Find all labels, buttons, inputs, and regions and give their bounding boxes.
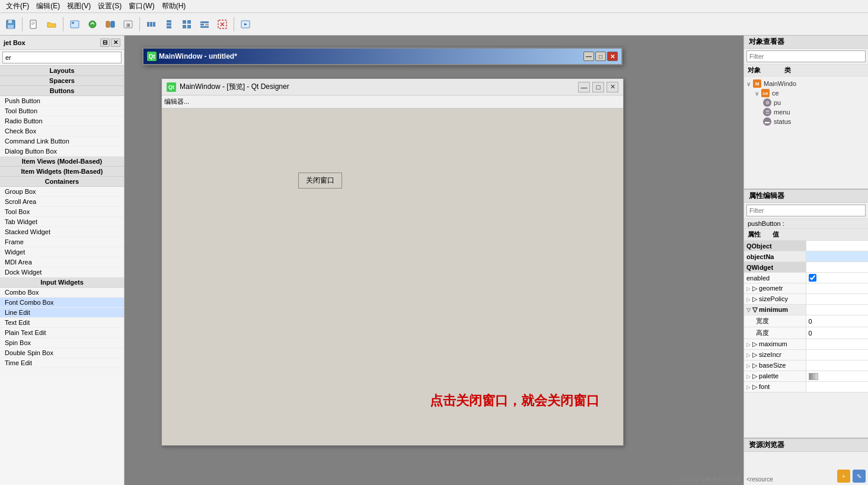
designer-minimize-button[interactable]: — — [583, 52, 594, 61]
prop-row-basesize[interactable]: ▷▷ baseSize — [744, 360, 868, 371]
menu-file[interactable]: 文件(F) — [2, 1, 33, 11]
widget-box-float-btn[interactable]: ⊟ — [100, 39, 110, 47]
widget-search-input[interactable] — [2, 52, 122, 63]
enabled-checkbox[interactable] — [809, 274, 816, 282]
widget-double-spin-box[interactable]: Double Spin Box — [0, 348, 124, 358]
menu-window[interactable]: 窗口(W) — [125, 1, 158, 11]
widget-spin-box[interactable]: Spin Box — [0, 338, 124, 348]
svg-rect-16 — [153, 22, 155, 27]
main-menu-item[interactable]: 编辑器... — [164, 97, 189, 106]
obj-item-mainwindow[interactable]: ∨ M MainWindo — [746, 79, 866, 88]
property-editor-filter-input[interactable] — [746, 205, 866, 216]
widget-push-button[interactable]: Push Button — [0, 96, 124, 106]
widget-box-close-btn[interactable]: ✕ — [111, 39, 120, 47]
widget-stacked-widget[interactable]: Stacked Widget — [0, 227, 124, 237]
widget-time-edit[interactable]: Time Edit — [0, 358, 124, 368]
designer-close-button[interactable]: ✕ — [607, 52, 618, 61]
svg-rect-24 — [200, 21, 209, 23]
category-buttons[interactable]: Buttons — [0, 86, 124, 96]
category-item-widgets[interactable]: Item Widgets (Item-Based) — [0, 167, 124, 177]
preview-close-button[interactable]: ✕ — [607, 82, 618, 92]
close-window-button[interactable]: 关闭窗口 — [298, 173, 342, 189]
category-input-widgets[interactable]: Input Widgets — [0, 277, 124, 288]
widget-scroll-area[interactable]: Scroll Area — [0, 197, 124, 207]
widget-check-box[interactable]: Check Box — [0, 126, 124, 136]
widget-tool-box[interactable]: Tool Box — [0, 207, 124, 217]
widget-dock-widget[interactable]: Dock Widget — [0, 267, 124, 277]
height-input[interactable] — [809, 330, 866, 337]
break-layout-button[interactable] — [214, 16, 231, 33]
open-button[interactable] — [43, 16, 60, 33]
obj-item-menu[interactable]: ☰ menu — [746, 107, 866, 117]
object-inspector-filter-input[interactable] — [746, 50, 866, 62]
prop-row-maximum[interactable]: ▷▷ maximum — [744, 339, 868, 350]
widget-combo-box[interactable]: Combo Box — [0, 288, 124, 298]
watermark-text: CSDN @今晚务必早点睡 — [675, 476, 741, 484]
menu-settings[interactable]: 设置(S) — [94, 1, 125, 11]
preview-minimize-button[interactable]: — — [578, 82, 590, 92]
prop-row-height[interactable]: 高度 — [744, 327, 868, 339]
resource-add-icon[interactable]: + — [837, 470, 850, 483]
obj-item-pu[interactable]: ⚙ pu — [746, 98, 866, 107]
widget-command-link-button[interactable]: Command Link Button — [0, 136, 124, 146]
widget-line-edit[interactable]: Line Edit — [0, 308, 124, 318]
widget-tool-button[interactable]: Tool Button — [0, 106, 124, 116]
buddy-button[interactable] — [102, 16, 119, 33]
prop-row-palette[interactable]: ▷▷ palette — [744, 371, 868, 382]
widget-radio-button[interactable]: Radio Button — [0, 116, 124, 126]
category-containers[interactable]: Containers — [0, 177, 124, 187]
width-input[interactable] — [809, 318, 866, 325]
svg-rect-15 — [150, 22, 152, 27]
prop-row-objectname[interactable]: objectNa — [744, 251, 868, 262]
widget-dialog-button-box[interactable]: Dialog Button Box — [0, 146, 124, 157]
widget-plain-text-edit[interactable]: Plain Text Edit — [0, 328, 124, 338]
preview-button[interactable] — [237, 16, 254, 33]
signal-slot-button[interactable] — [84, 16, 101, 33]
category-item-views[interactable]: Item Views (Model-Based) — [0, 157, 124, 167]
prop-val-height[interactable] — [806, 327, 869, 339]
widget-font-combo-box[interactable]: Font Combo Box — [0, 298, 124, 308]
toolbar-sep-1 — [22, 17, 23, 31]
tab-order-button[interactable]: ⊞ — [120, 16, 136, 33]
prop-val-palette[interactable] — [806, 371, 869, 381]
widget-widget[interactable]: Widget — [0, 247, 124, 257]
designer-maximize-button[interactable]: □ — [595, 52, 606, 61]
obj-item-status[interactable]: ▬ status — [746, 117, 866, 126]
prop-val-width[interactable] — [806, 315, 869, 327]
prop-row-sizepolicy[interactable]: ▷▷ sizePolicy — [744, 294, 868, 305]
widget-frame[interactable]: Frame — [0, 237, 124, 247]
widget-editor-button[interactable] — [66, 16, 83, 33]
layout-v-button[interactable] — [161, 16, 177, 33]
prop-row-enabled[interactable]: enabled — [744, 273, 868, 283]
new-form-button[interactable] — [25, 16, 42, 33]
preview-titlebar-btns: — □ ✕ — [578, 82, 618, 92]
prop-val-enabled[interactable] — [806, 273, 869, 283]
widget-group-box[interactable]: Group Box — [0, 187, 124, 197]
menu-help[interactable]: 帮助(H) — [158, 1, 190, 11]
prop-row-qobject: QObject — [744, 241, 868, 251]
widget-tab-widget[interactable]: Tab Widget — [0, 217, 124, 227]
prop-row-geometry[interactable]: ▷▷ geometr — [744, 283, 868, 294]
resource-edit-icon[interactable]: ✎ — [853, 470, 866, 483]
prop-name-qwidget: QWidget — [744, 262, 806, 272]
prop-row-font[interactable]: ▷▷ font — [744, 382, 868, 393]
prop-row-sizeincrement[interactable]: ▷▷ sizeIncr — [744, 350, 868, 360]
prop-row-width[interactable]: 宽度 — [744, 315, 868, 327]
prop-val-objectname[interactable] — [806, 251, 869, 261]
obj-item-ce[interactable]: ∨ ce ce — [746, 88, 866, 98]
prop-val-minimum — [806, 305, 869, 315]
category-layouts[interactable]: Layouts — [0, 66, 124, 76]
widget-text-edit[interactable]: Text Edit — [0, 318, 124, 328]
menu-view[interactable]: 视图(V) — [63, 1, 94, 11]
layout-form-button[interactable] — [196, 16, 213, 33]
preview-maximize-button[interactable]: □ — [592, 82, 604, 92]
preview-titlebar-left: Qt MainWindow - [预览] - Qt Designer — [167, 82, 289, 92]
layout-h-button[interactable] — [143, 16, 159, 33]
resource-browser-title: 资源浏览器 — [749, 440, 784, 450]
category-spacers[interactable]: Spacers — [0, 76, 124, 86]
layout-grid-button[interactable] — [178, 16, 195, 33]
widget-mdi-area[interactable]: MDI Area — [0, 257, 124, 267]
menu-edit[interactable]: 编辑(E) — [33, 1, 63, 11]
save-button[interactable] — [2, 16, 19, 33]
prop-row-minimum[interactable]: ▽▽ minimum — [744, 305, 868, 315]
